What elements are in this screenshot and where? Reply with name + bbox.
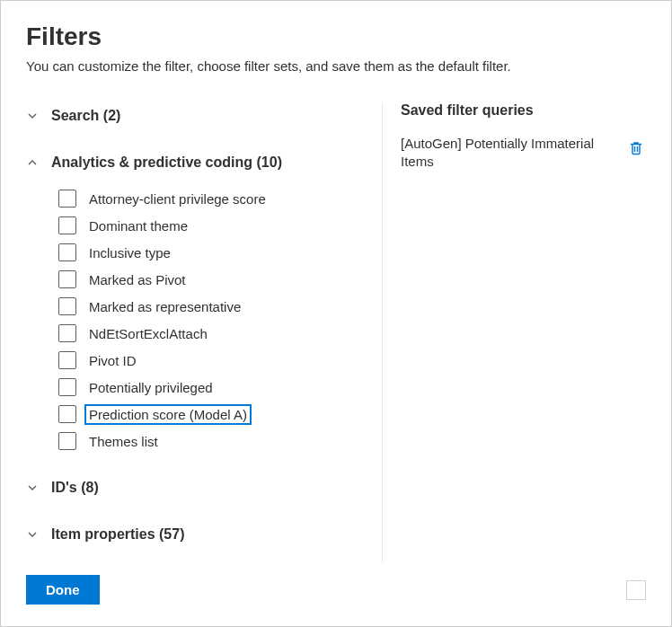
saved-query-item[interactable]: [AutoGen] Potentially Immaterial Items [401,131,646,173]
filter-item-label: Marked as Pivot [85,270,190,289]
section-header-analytics[interactable]: Analytics & predictive coding (10) [26,149,357,176]
filter-item-label: Pivot ID [85,351,140,370]
filter-item[interactable]: Prediction score (Model A) [26,401,357,428]
saved-queries-title: Saved filter queries [401,102,646,119]
checkbox[interactable] [58,243,76,261]
filter-item[interactable]: Marked as representative [26,293,357,320]
section-header-ids[interactable]: ID's (8) [26,474,357,501]
delete-saved-query-button[interactable] [626,138,646,158]
filter-item[interactable]: Marked as Pivot [26,266,357,293]
filter-item-label: Marked as representative [85,297,244,316]
chevron-up-icon [26,156,39,169]
filter-item-label: Prediction score (Model A) [85,405,251,424]
filter-item[interactable]: Dominant theme [26,212,357,239]
filter-categories-column: Search (2) Analytics & predictive coding… [26,102,375,562]
filter-item-label: Themes list [85,432,162,451]
section-label: Item properties (57) [51,526,184,543]
section-label: ID's (8) [51,480,99,496]
section-ids: ID's (8) [26,474,357,501]
checkbox[interactable] [58,297,76,315]
panel-header: Filters You can customize the filter, ch… [26,22,646,75]
filter-item-label: Attorney-client privilege score [85,190,270,208]
filter-item[interactable]: Inclusive type [26,239,357,266]
checkbox[interactable] [58,405,76,423]
panel-subtitle: You can customize the filter, choose fil… [26,57,646,75]
checkbox[interactable] [58,216,76,234]
filter-item-label: Potentially privileged [85,378,217,397]
chevron-down-icon [26,528,39,541]
panel-title: Filters [26,22,646,51]
filter-item-label: NdEtSortExclAttach [85,324,211,343]
saved-query-label: [AutoGen] Potentially Immaterial Items [401,135,626,170]
section-header-item-properties[interactable]: Item properties (57) [26,521,357,548]
saved-queries-column: Saved filter queries [AutoGen] Potential… [390,102,646,562]
checkbox[interactable] [58,378,76,396]
chevron-down-icon [26,110,39,122]
done-button[interactable]: Done [26,575,100,605]
filter-item[interactable]: Attorney-client privilege score [26,185,357,212]
checkbox[interactable] [58,270,76,288]
chevron-down-icon [26,481,39,494]
analytics-items-list: Attorney-client privilege scoreDominant … [26,185,357,455]
checkbox[interactable] [58,324,76,342]
section-analytics: Analytics & predictive coding (10) Attor… [26,149,357,455]
filter-item[interactable]: Themes list [26,428,357,455]
filter-item[interactable]: Pivot ID [26,347,357,374]
panel-content: Search (2) Analytics & predictive coding… [26,102,646,562]
section-header-search[interactable]: Search (2) [26,102,357,129]
checkbox[interactable] [58,190,76,208]
checkbox[interactable] [58,432,76,450]
filter-item-label: Dominant theme [85,216,191,235]
resize-handle[interactable] [626,580,646,600]
column-divider [382,102,383,562]
section-search: Search (2) [26,102,357,129]
filter-item[interactable]: Potentially privileged [26,374,357,401]
trash-icon [628,140,644,156]
section-label: Analytics & predictive coding (10) [51,155,282,171]
panel-footer: Done [26,562,646,605]
filters-panel: Filters You can customize the filter, ch… [1,1,671,626]
section-item-properties: Item properties (57) [26,521,357,548]
section-label: Search (2) [51,108,120,124]
filter-item[interactable]: NdEtSortExclAttach [26,320,357,347]
filter-item-label: Inclusive type [85,243,174,262]
saved-queries-list: [AutoGen] Potentially Immaterial Items [401,131,646,173]
checkbox[interactable] [58,351,76,369]
